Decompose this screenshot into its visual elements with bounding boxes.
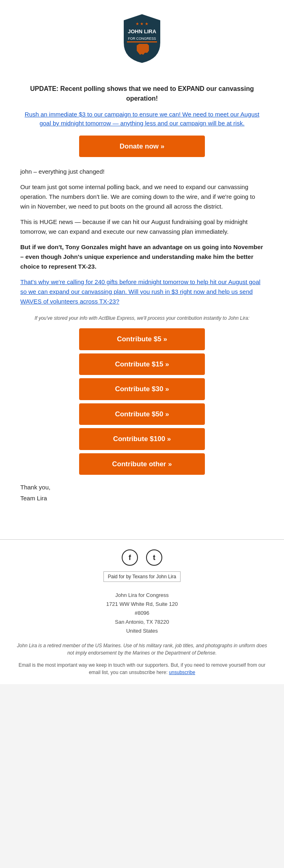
contribute-5-button[interactable]: Contribute $5 » [79,328,205,350]
contribute-15-button[interactable]: Contribute $15 » [79,353,205,375]
address-line5: United States [16,627,268,635]
svg-text:FOR CONGRESS: FOR CONGRESS [128,37,156,41]
update-headline: UPDATE: Recent polling shows that we nee… [20,84,264,103]
unsubscribe-link[interactable]: unsubscribe [169,670,195,675]
donate-now-button[interactable]: Donate now » [79,136,205,157]
footer: f t Paid for by Texans for John Lira Joh… [0,539,284,684]
paid-by-container: Paid for by Texans for John Lira [16,571,268,586]
body-para3: But if we don't, Tony Gonzales might hav… [20,242,264,271]
svg-rect-3 [127,41,157,43]
contribute-100-button[interactable]: Contribute $100 » [79,428,205,450]
body-para2: This is HUGE news — because if we can hi… [20,217,264,237]
svg-text:★ ★ ★: ★ ★ ★ [136,22,149,26]
contribute-buttons-container: Contribute $5 » Contribute $15 » Contrib… [20,328,264,475]
address-block: John Lira for Congress 1721 WW White Rd,… [16,591,268,635]
svg-text:JOHN LIRA: JOHN LIRA [128,28,157,34]
contribute-30-button[interactable]: Contribute $30 » [79,378,205,400]
contribute-other-button[interactable]: Contribute other » [79,453,205,475]
actblue-note: If you've stored your info with ActBlue … [20,314,264,322]
contribute-50-button[interactable]: Contribute $50 » [79,403,205,425]
team-name-text: Team Lira [20,494,264,503]
email-header: ★ ★ ★ JOHN LIRA FOR CONGRESS [0,0,284,76]
body-para3-bold: But if we don't, Tony Gonzales might hav… [20,243,263,270]
address-line1: John Lira for Congress [16,591,268,600]
donate-button-wrap: Donate now » [20,136,264,157]
disclaimer-text: John Lira is a retired member of the US … [16,642,268,657]
address-line4: San Antonio, TX 78220 [16,618,268,627]
facebook-letter: f [129,552,131,563]
logo: ★ ★ ★ JOHN LIRA FOR CONGRESS [120,12,164,65]
facebook-icon[interactable]: f [122,549,138,566]
unsubscribe-before: Email is the most important way we keep … [19,662,265,675]
paid-by-text: Paid for by Texans for John Lira [103,571,181,582]
address-line3: #8096 [16,609,268,618]
unsubscribe-section: Email is the most important way we keep … [16,661,268,676]
email-wrapper: ★ ★ ★ JOHN LIRA FOR CONGRESS UPDATE: Rec… [0,0,284,684]
thank-you-text: Thank you, [20,483,264,492]
call-to-action-link[interactable]: That's why we're calling for 240 gifts b… [20,278,260,305]
social-icons-row: f t [16,549,268,566]
greeting-text: john – everything just changed! [20,167,264,177]
main-content: UPDATE: Recent polling shows that we nee… [0,76,284,540]
twitter-icon[interactable]: t [146,549,162,566]
body-para1: Our team just got some internal polling … [20,182,264,211]
rush-link[interactable]: Rush an immediate $3 to our campaign to … [20,110,264,128]
twitter-letter: t [153,552,155,563]
body-para4: That's why we're calling for 240 gifts b… [20,277,264,306]
address-line2: 1721 WW White Rd, Suite 120 [16,600,268,609]
